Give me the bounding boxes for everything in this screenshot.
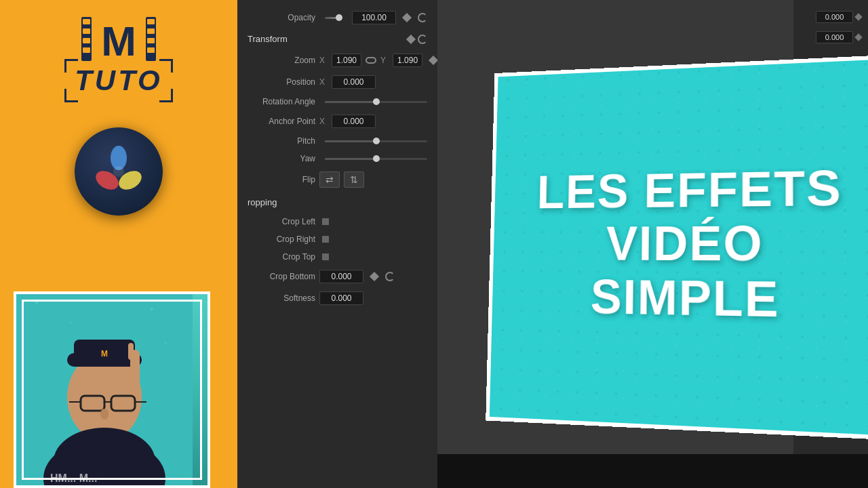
- svg-rect-2: [83, 28, 90, 34]
- svg-rect-4: [83, 47, 90, 53]
- tuto-badge: TUTO: [75, 64, 163, 97]
- position-x-value[interactable]: 0.000: [332, 75, 376, 89]
- preview-diamond-1[interactable]: [854, 13, 862, 20]
- crop-bottom-value[interactable]: 0.000: [319, 270, 363, 283]
- svg-point-18: [151, 308, 153, 310]
- preview-val-1[interactable]: 0.000: [816, 11, 853, 23]
- transform-keyframe-icon[interactable]: [406, 34, 416, 43]
- zoom-row: Zoom X 1.090 Y 1.090: [237, 49, 437, 71]
- anchor-label: Anchor Point: [248, 117, 315, 126]
- pitch-row: Pitch: [237, 132, 437, 150]
- left-sidebar: M TUTO: [0, 0, 237, 488]
- position-row: Position X 0.000: [237, 71, 437, 93]
- bottom-bar: [437, 454, 868, 488]
- preview-diamond-2[interactable]: [854, 33, 862, 41]
- opacity-keyframe-icon[interactable]: [402, 13, 412, 22]
- transform-label: Transform: [248, 34, 404, 44]
- zoom-keyframe-icon[interactable]: [429, 56, 438, 65]
- yaw-fill: [325, 158, 376, 160]
- person-silhouette: M HM... M...: [16, 291, 193, 485]
- position-x-label: X: [319, 77, 328, 87]
- yaw-row: Yaw: [237, 150, 437, 167]
- opacity-row: Opacity 100.00: [237, 7, 437, 28]
- rotation-slider[interactable]: [325, 101, 427, 103]
- crop-bottom-keyframe[interactable]: [370, 272, 379, 281]
- m-logo: M: [81, 14, 156, 64]
- position-label: Position: [248, 77, 315, 87]
- crop-bottom-label: Crop Bottom: [248, 272, 315, 281]
- crop-top-label: Crop Top: [248, 252, 315, 262]
- svg-rect-7: [147, 28, 155, 34]
- rotation-fill: [325, 101, 376, 103]
- crop-right-label: Crop Right: [248, 235, 315, 244]
- svg-rect-32: [128, 343, 134, 360]
- preview-val-row-2: 0.000: [797, 27, 865, 47]
- crop-left-label: Crop Left: [248, 217, 315, 226]
- transform-section-header: Transform: [237, 28, 437, 49]
- svg-point-30: [100, 409, 108, 420]
- crop-top-dot: [322, 253, 329, 260]
- svg-rect-6: [147, 19, 155, 24]
- opacity-value[interactable]: 100.00: [352, 11, 396, 24]
- svg-rect-9: [147, 47, 155, 53]
- svg-point-19: [165, 342, 167, 344]
- pitch-thumb: [373, 138, 380, 144]
- crop-top-row: Crop Top: [237, 248, 437, 266]
- zoom-x-label: X: [319, 56, 328, 65]
- person-photo-bg: M HM... M...: [16, 294, 208, 485]
- svg-rect-1: [83, 19, 90, 24]
- tuto-label: TUTO: [75, 64, 163, 97]
- preview-val-2[interactable]: 0.000: [816, 31, 853, 43]
- yaw-slider[interactable]: [325, 158, 427, 160]
- cropping-section-header: ropping: [237, 192, 437, 213]
- video-title-text: LES EFFETS VIDÉO SIMPLE: [534, 161, 844, 328]
- opacity-label: Opacity: [248, 13, 315, 22]
- svg-text:HM... M...: HM... M...: [50, 472, 97, 484]
- rotation-thumb: [373, 98, 380, 105]
- flip-h-button[interactable]: ⇄: [319, 171, 340, 188]
- crop-right-dot: [322, 236, 329, 243]
- opacity-reset-icon[interactable]: [418, 13, 427, 22]
- opacity-slider[interactable]: [325, 17, 342, 19]
- zoom-label: Zoom: [248, 56, 315, 65]
- pitch-label: Pitch: [248, 136, 315, 146]
- svg-point-17: [70, 322, 72, 324]
- zoom-link-icon[interactable]: [366, 57, 376, 64]
- davinci-logo: [75, 127, 163, 216]
- person-photo: M HM... M...: [14, 291, 210, 488]
- svg-text:M: M: [101, 349, 108, 359]
- zoom-y-label: Y: [380, 56, 389, 65]
- bracket-br: [159, 89, 173, 102]
- rotation-row: Rotation Angle: [237, 93, 437, 110]
- title-line3: SIMPLE: [534, 270, 844, 328]
- video-preview: 0.000 0.000 0.000 0.000 0.000 0.000 LES …: [437, 0, 868, 488]
- anchor-x-label: X: [319, 117, 328, 126]
- transform-reset-icon[interactable]: [418, 35, 427, 44]
- flip-label: Flip: [248, 175, 315, 184]
- bracket-tl: [64, 59, 78, 73]
- svg-rect-3: [83, 38, 90, 43]
- crop-right-row: Crop Right: [237, 230, 437, 248]
- teal-title-card: LES EFFETS VIDÉO SIMPLE: [486, 55, 868, 441]
- pitch-slider[interactable]: [325, 140, 427, 142]
- rotation-label: Rotation Angle: [248, 97, 315, 106]
- anchor-x-value[interactable]: 0.000: [332, 115, 376, 128]
- pitch-fill: [325, 140, 376, 142]
- title-line2: VIDÉO: [535, 216, 842, 272]
- flip-v-button[interactable]: ⇅: [344, 171, 364, 188]
- anchor-row: Anchor Point X 0.000: [237, 110, 437, 132]
- crop-bottom-reset[interactable]: [385, 272, 395, 281]
- zoom-y-value[interactable]: 1.090: [393, 54, 422, 67]
- svg-text:M: M: [101, 18, 136, 64]
- softness-value[interactable]: 0.000: [319, 291, 363, 305]
- preview-val-row-1: 0.000: [797, 7, 865, 27]
- bracket-tr: [159, 59, 173, 73]
- yaw-thumb: [373, 155, 380, 162]
- logo-area: M TUTO: [75, 14, 163, 97]
- zoom-x-value[interactable]: 1.090: [332, 54, 361, 67]
- yaw-label: Yaw: [248, 154, 315, 163]
- svg-point-14: [113, 166, 124, 177]
- crop-left-row: Crop Left: [237, 213, 437, 230]
- softness-label: Softness: [248, 293, 315, 303]
- svg-point-16: [35, 301, 38, 304]
